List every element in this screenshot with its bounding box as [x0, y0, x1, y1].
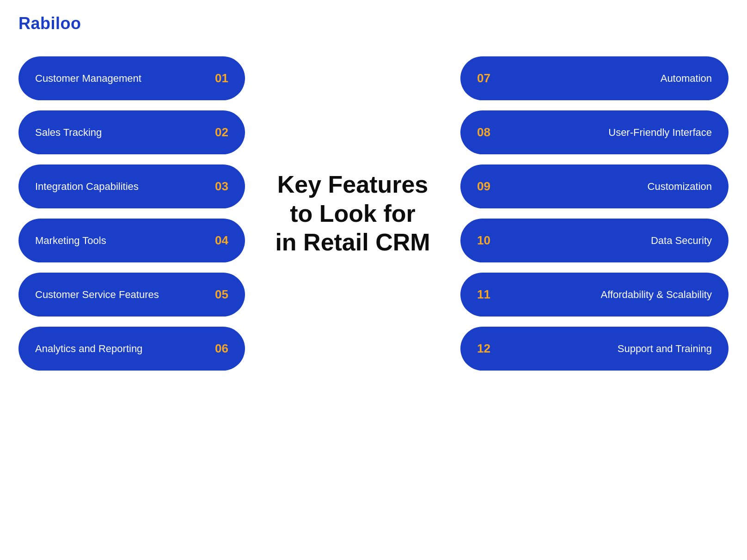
right-feature-number: 10: [477, 233, 490, 248]
right-feature-number: 12: [477, 341, 490, 356]
left-feature-label: Marketing Tools: [35, 235, 106, 247]
right-feature-label: Data Security: [651, 235, 712, 247]
logo: Rabiloo: [18, 14, 729, 33]
left-feature-label: Customer Service Features: [35, 289, 159, 301]
left-feature-number: 01: [215, 71, 228, 85]
left-feature-item: Integration Capabilities 03: [18, 164, 245, 208]
right-feature-number: 07: [477, 71, 490, 85]
right-feature-label: Customization: [648, 181, 712, 193]
right-feature-number: 08: [477, 125, 490, 140]
right-feature-item: 10 Data Security: [460, 219, 729, 262]
right-feature-number: 11: [477, 287, 490, 302]
left-column: Customer Management 01 Sales Tracking 02…: [18, 56, 245, 371]
main-title: Key Features to Look for in Retail CRM: [275, 170, 430, 256]
left-feature-number: 05: [215, 287, 228, 302]
right-feature-label: Automation: [661, 73, 712, 85]
left-feature-item: Marketing Tools 04: [18, 219, 245, 262]
left-feature-number: 02: [215, 125, 228, 140]
right-feature-item: 11 Affordability & Scalability: [460, 273, 729, 317]
left-feature-item: Customer Management 01: [18, 56, 245, 100]
left-feature-label: Integration Capabilities: [35, 181, 139, 193]
left-feature-label: Analytics and Reporting: [35, 343, 142, 355]
right-feature-item: 12 Support and Training: [460, 327, 729, 371]
right-column: 07 Automation 08 User-Friendly Interface…: [460, 56, 729, 371]
right-feature-label: Support and Training: [618, 343, 712, 355]
left-feature-label: Customer Management: [35, 73, 141, 85]
left-feature-item: Analytics and Reporting 06: [18, 327, 245, 371]
right-feature-label: User-Friendly Interface: [608, 127, 712, 139]
center-column: Key Features to Look for in Retail CRM: [245, 161, 460, 266]
right-feature-item: 08 User-Friendly Interface: [460, 110, 729, 154]
left-feature-number: 06: [215, 341, 228, 356]
left-feature-number: 04: [215, 233, 228, 248]
left-feature-number: 03: [215, 179, 228, 194]
right-feature-item: 07 Automation: [460, 56, 729, 100]
left-feature-label: Sales Tracking: [35, 127, 102, 139]
right-feature-label: Affordability & Scalability: [601, 289, 712, 301]
left-feature-item: Customer Service Features 05: [18, 273, 245, 317]
left-feature-item: Sales Tracking 02: [18, 110, 245, 154]
right-feature-item: 09 Customization: [460, 164, 729, 208]
right-feature-number: 09: [477, 179, 490, 194]
